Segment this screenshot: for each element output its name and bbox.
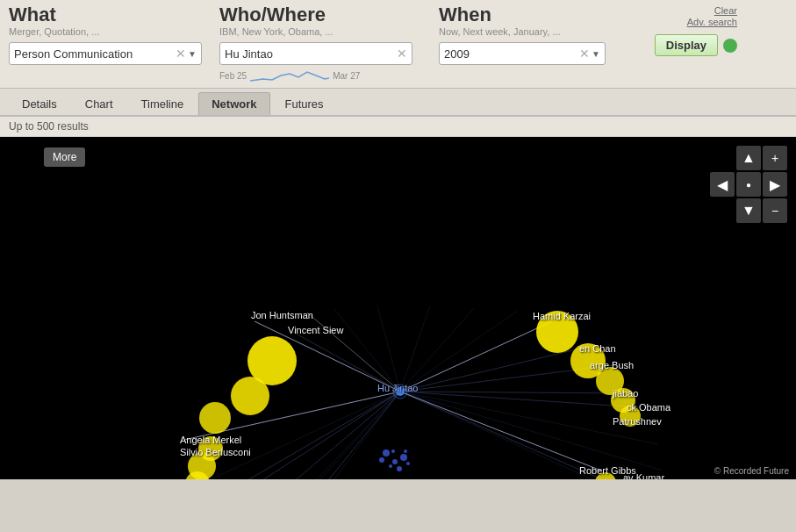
whowhere-clear-icon[interactable]: ✕: [397, 47, 407, 61]
whowhere-search-box[interactable]: ✕: [219, 42, 412, 65]
clear-link[interactable]: Clear: [623, 5, 737, 16]
tab-chart[interactable]: Chart: [72, 92, 126, 115]
actions-section: Clear Adv. search Display: [623, 5, 746, 56]
whowhere-section: Who/Where IBM, New York, Obama, ... ✕ Fe…: [219, 5, 439, 84]
what-search-row: ✕ ▼: [9, 42, 211, 65]
when-input[interactable]: [444, 47, 579, 61]
header: What Merger, Quotation, ... ✕ ▼ Who/Wher…: [0, 0, 796, 89]
what-section: What Merger, Quotation, ... ✕ ▼: [9, 5, 219, 65]
svg-point-65: [391, 449, 395, 453]
what-input[interactable]: [14, 47, 174, 61]
svg-point-64: [379, 457, 384, 463]
display-row: Display: [623, 34, 737, 56]
tab-network[interactable]: Network: [198, 92, 269, 115]
zoom-in-button[interactable]: +: [763, 146, 787, 170]
svg-line-25: [400, 308, 474, 392]
adv-search-link[interactable]: Adv. search: [623, 17, 737, 27]
sparkline-from: Feb 25: [219, 71, 247, 81]
sparkline-row: Feb 25 Mar 27: [219, 67, 430, 84]
when-hint: Now, Next week, January, ...: [439, 26, 614, 37]
when-search-box[interactable]: ✕ ▼: [439, 42, 606, 65]
sparkline-to: Mar 27: [333, 71, 360, 81]
svg-line-3: [400, 348, 584, 392]
svg-point-66: [404, 449, 407, 453]
when-title: When: [439, 5, 614, 25]
what-clear-icon[interactable]: ✕: [176, 47, 186, 61]
results-count: Up to 500 results: [0, 117, 796, 137]
what-hint: Merger, Quotation, ...: [9, 26, 211, 37]
nav-left-button[interactable]: ◀: [710, 172, 735, 197]
whowhere-input[interactable]: [225, 47, 395, 61]
network-svg: [0, 137, 796, 479]
more-button[interactable]: More: [44, 147, 85, 167]
whowhere-title: Who/Where: [219, 5, 430, 25]
svg-line-24: [400, 306, 430, 392]
tabs-bar: Details Chart Timeline Network Futures: [0, 89, 796, 117]
svg-point-58: [383, 449, 390, 457]
svg-line-35: [400, 392, 601, 471]
when-clear-icon[interactable]: ✕: [579, 47, 590, 61]
svg-line-5: [400, 392, 630, 393]
display-button[interactable]: Display: [655, 34, 718, 56]
tab-details[interactable]: Details: [9, 92, 70, 115]
svg-point-67: [396, 387, 405, 396]
svg-point-38: [199, 402, 231, 434]
whowhere-search-row: ✕: [219, 42, 430, 65]
nav-center-button[interactable]: ●: [736, 172, 761, 197]
what-search-box[interactable]: ✕ ▼: [9, 42, 202, 65]
what-dropdown-icon[interactable]: ▼: [188, 49, 197, 59]
sparkline-chart: [250, 67, 329, 84]
svg-point-37: [231, 377, 269, 415]
svg-line-23: [377, 306, 400, 392]
tab-futures[interactable]: Futures: [272, 92, 337, 115]
svg-point-62: [389, 464, 392, 468]
nav-controls: ▲ + ◀ ● ▶ ▼ −: [710, 146, 787, 223]
svg-point-55: [595, 472, 616, 479]
svg-point-61: [397, 466, 402, 471]
status-indicator: [723, 39, 737, 53]
nav-up-button[interactable]: ▲: [736, 146, 761, 170]
zoom-out-button[interactable]: −: [763, 198, 787, 223]
when-section: When Now, Next week, January, ... ✕ ▼: [439, 5, 623, 65]
when-search-row: ✕ ▼: [439, 42, 614, 65]
what-title: What: [9, 5, 211, 25]
svg-point-60: [400, 454, 407, 461]
svg-point-44: [620, 406, 641, 427]
copyright: © Recorded Future: [714, 466, 789, 476]
svg-point-40: [536, 311, 578, 353]
svg-line-1: [290, 330, 400, 392]
network-container: More Jon Huntsman Vincent Siew Hamid Kar…: [0, 137, 796, 479]
svg-point-63: [406, 462, 410, 465]
svg-line-22: [333, 308, 400, 392]
whowhere-hint: IBM, New York, Obama, ...: [219, 26, 430, 37]
when-dropdown-icon[interactable]: ▼: [592, 49, 600, 59]
nav-right-button[interactable]: ▶: [763, 172, 787, 197]
nav-down-button[interactable]: ▼: [736, 198, 761, 223]
svg-line-31: [307, 313, 400, 392]
svg-point-59: [392, 459, 398, 464]
tab-timeline[interactable]: Timeline: [128, 92, 197, 115]
